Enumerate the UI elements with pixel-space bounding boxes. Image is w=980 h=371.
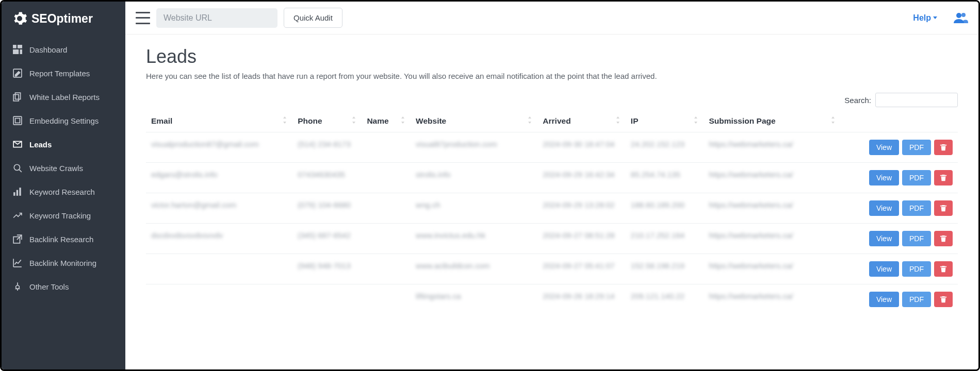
menu-toggle-icon[interactable] [136, 12, 150, 24]
delete-button[interactable] [934, 140, 953, 155]
edit-icon [13, 69, 22, 78]
pdf-button[interactable]: PDF [902, 200, 931, 216]
svg-rect-1 [18, 45, 22, 48]
sort-icon [693, 116, 698, 126]
trash-icon [940, 265, 947, 273]
column-header[interactable]: Submission Page [704, 110, 840, 132]
column-header[interactable]: Website [411, 110, 537, 132]
sidebar-item-keyword-tracking[interactable]: Keyword Tracking [2, 204, 125, 227]
cell-actions: ViewPDF [841, 284, 958, 315]
cell-email: victor.harton@gmail.com [146, 193, 292, 224]
cell-website: visual87production.com [411, 132, 537, 163]
sort-icon [830, 116, 836, 126]
cell-actions: ViewPDF [841, 193, 958, 224]
view-button[interactable]: View [869, 231, 899, 246]
sidebar-item-keyword-research[interactable]: Keyword Research [2, 180, 125, 204]
sidebar-item-label: Report Templates [29, 69, 90, 78]
svg-point-16 [956, 13, 961, 18]
sidebar-item-label: Leads [29, 140, 52, 149]
cell-email: visualproduction87@gmail.com [146, 132, 292, 163]
file-copy-icon [13, 92, 22, 102]
cell-name [362, 254, 411, 284]
sidebar-item-dashboard[interactable]: Dashboard [2, 38, 125, 61]
column-header[interactable]: IP [626, 110, 704, 132]
svg-rect-12 [17, 190, 18, 196]
cell-arrived: 2024-09-27 05:41:07 [537, 254, 626, 284]
view-button[interactable]: View [869, 170, 899, 185]
cell-name [362, 163, 411, 193]
pdf-button[interactable]: PDF [902, 140, 931, 155]
pdf-button[interactable]: PDF [902, 261, 931, 277]
view-button[interactable]: View [869, 200, 899, 216]
svg-rect-5 [15, 93, 21, 99]
bar-chart-icon [13, 187, 22, 196]
gear-icon [12, 11, 27, 26]
view-button[interactable]: View [869, 292, 899, 307]
help-label: Help [913, 13, 931, 23]
cell-submission: https://webmarketers.ca/ [704, 284, 840, 315]
magnify-icon [13, 163, 22, 173]
sidebar: SEOptimer DashboardReport TemplatesWhite… [2, 2, 125, 369]
svg-rect-3 [20, 49, 23, 54]
pdf-button[interactable]: PDF [902, 231, 931, 246]
sidebar-item-label: Keyword Research [29, 188, 95, 196]
delete-button[interactable] [934, 261, 953, 277]
svg-point-15 [16, 285, 20, 289]
column-header[interactable]: Name [362, 110, 411, 132]
cell-arrived: 2024-09-30 18:47:04 [537, 132, 626, 163]
sidebar-item-backlink-research[interactable]: Backlink Research [2, 227, 125, 251]
sidebar-item-report-templates[interactable]: Report Templates [2, 61, 125, 85]
tool-icon [13, 282, 22, 291]
cell-actions: ViewPDF [841, 224, 958, 254]
line-chart-icon [13, 258, 22, 267]
cell-website: liftingstars.ca [411, 284, 537, 315]
website-url-input[interactable] [156, 8, 277, 28]
cell-submission: https://webmarketers.ca/ [704, 132, 840, 163]
cell-email: edgars@strolis.info [146, 163, 292, 193]
quick-audit-button[interactable]: Quick Audit [284, 8, 342, 28]
sidebar-item-white-label-reports[interactable]: White Label Reports [2, 85, 125, 109]
svg-point-10 [14, 164, 20, 170]
cell-arrived: 2024-09-26 18:29:14 [537, 284, 626, 315]
help-dropdown[interactable]: Help [913, 13, 937, 23]
sidebar-item-label: Embedding Settings [29, 116, 99, 125]
delete-button[interactable] [934, 170, 953, 185]
sidebar-item-website-crawls[interactable]: Website Crawls [2, 156, 125, 180]
sidebar-item-label: Website Crawls [29, 164, 83, 173]
embed-icon [13, 116, 22, 125]
table-row: visualproduction87@gmail.com(514) 234-81… [146, 132, 958, 163]
sidebar-item-backlink-monitoring[interactable]: Backlink Monitoring [2, 251, 125, 275]
cell-phone: (948) 948-7013 [292, 254, 362, 284]
sidebar-item-leads[interactable]: Leads [2, 132, 125, 156]
cell-website: strolis.info [411, 163, 537, 193]
delete-button[interactable] [934, 200, 953, 216]
cell-email [146, 254, 292, 284]
sidebar-item-label: Backlink Research [29, 235, 93, 244]
view-button[interactable]: View [869, 140, 899, 155]
pdf-button[interactable]: PDF [902, 292, 931, 307]
page-title: Leads [146, 46, 958, 68]
dashboard-icon [13, 45, 22, 54]
cell-phone: (345) 687-6542 [292, 224, 362, 254]
column-header[interactable]: Phone [292, 110, 362, 132]
cell-website: www.invictus.edu.hk [411, 224, 537, 254]
delete-button[interactable] [934, 292, 953, 307]
column-header[interactable]: Email [146, 110, 292, 132]
pdf-button[interactable]: PDF [902, 170, 931, 185]
search-input[interactable] [875, 93, 958, 107]
chevron-down-icon [933, 16, 937, 19]
svg-rect-6 [13, 95, 19, 101]
view-button[interactable]: View [869, 261, 899, 277]
delete-button[interactable] [934, 231, 953, 246]
column-header[interactable]: Arrived [537, 110, 626, 132]
brand-logo[interactable]: SEOptimer [2, 2, 125, 36]
sidebar-item-embedding-settings[interactable]: Embedding Settings [2, 109, 125, 132]
sidebar-item-other-tools[interactable]: Other Tools [2, 275, 125, 298]
cell-ip: 24.202.152.123 [626, 132, 704, 163]
sort-icon [400, 116, 405, 126]
users-icon[interactable] [954, 12, 968, 24]
svg-rect-7 [13, 116, 22, 125]
cell-phone: (514) 234-8173 [292, 132, 362, 163]
cell-arrived: 2024-09-29 16:42:34 [537, 163, 626, 193]
svg-rect-0 [13, 45, 17, 48]
